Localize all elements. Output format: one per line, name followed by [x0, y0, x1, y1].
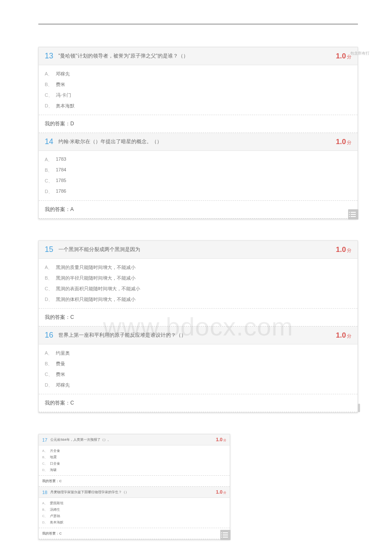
list-icon[interactable] [348, 209, 358, 220]
option-text: 1785 [56, 178, 66, 184]
question: 17公元前584年，人类第一次预报了（）。1.0分A、月全食B、地震C、日全食D… [39, 434, 230, 487]
option-label: A、 [42, 501, 50, 506]
option-text: 费米 [56, 81, 65, 88]
option-row[interactable]: C、1785 [45, 176, 352, 186]
option-label: D、 [45, 382, 56, 388]
options-list: A、邓稼先B、费米C、冯·卡门D、奥本海默 [39, 65, 357, 115]
option-text: 约里奥 [56, 350, 70, 356]
option-label: A、 [42, 449, 50, 453]
option-label: C、 [45, 92, 56, 98]
option-label: C、 [45, 178, 56, 184]
option-label: D、 [42, 468, 50, 472]
option-row[interactable]: C、卢瑟福 [42, 513, 226, 519]
page-top-rule [38, 24, 358, 24]
question-score: 1.0分 [216, 437, 226, 442]
my-answer: 我的答案：C [39, 394, 357, 412]
option-row[interactable]: D、1786 [45, 186, 352, 197]
question-number: 15 [45, 245, 53, 254]
answer-value: A [70, 206, 74, 212]
answer-prefix: 我的答案： [42, 532, 59, 535]
option-text: 费曼 [56, 361, 65, 367]
option-row[interactable]: B、汤姆生 [42, 506, 226, 513]
option-text: 黑洞的半径只能随时间增大，不能减小 [56, 275, 135, 281]
question-score: 1.0分 [336, 138, 352, 146]
question-text: 一个黑洞不能分裂成两个黑洞是因为 [58, 246, 336, 253]
side-hint-text: 包含所有打 [350, 51, 369, 56]
option-text: 费米 [56, 371, 65, 378]
option-text: 奥本海默 [56, 103, 75, 109]
option-text: 黑洞的表面积只能随时间增大，不能减小 [56, 286, 140, 292]
option-label: C、 [42, 514, 50, 518]
option-row[interactable]: D、黑洞的体积只能随时间增大，不能减小 [45, 294, 352, 305]
option-label: B、 [42, 455, 50, 460]
score-value: 1.0 [336, 138, 346, 146]
option-row[interactable]: A、邓稼先 [45, 69, 352, 79]
option-row[interactable]: A、约里奥 [45, 348, 352, 358]
answer-prefix: 我的答案： [45, 121, 70, 127]
option-row[interactable]: B、费米 [45, 79, 352, 90]
question: 15一个黑洞不能分裂成两个黑洞是因为1.0分A、黑洞的质量只能随时间增大，不能减… [39, 241, 357, 327]
score-unit: 分 [347, 139, 352, 146]
question-header: 16世界上第一座和平利用的原子能反应堆是谁设计的？（）1.0分 [39, 327, 357, 344]
option-row[interactable]: B、1784 [45, 165, 352, 176]
option-text: 冯·卡门 [56, 92, 71, 98]
option-text: 黑洞的质量只能随时间增大，不能减小 [56, 264, 135, 271]
options-list: A、1783B、1784C、1785D、1786 [39, 151, 357, 200]
option-row[interactable]: A、爱因斯坦 [42, 500, 226, 506]
option-row[interactable]: C、冯·卡门 [45, 90, 352, 101]
score-unit: 分 [223, 438, 226, 442]
question-header: 14约翰·米歇尔在（）年提出了暗星的概念。（）1.0分 [39, 133, 357, 151]
option-text: 海啸 [50, 468, 57, 472]
option-row[interactable]: B、地震 [42, 454, 226, 460]
option-label: A、 [45, 264, 56, 271]
score-unit: 分 [347, 247, 352, 254]
my-answer: 我的答案：D [39, 115, 357, 133]
content-root: 13"曼哈顿"计划的领导者，被誉为"原子弹之父"的是谁？（）1.0分包含所有打A… [0, 47, 392, 540]
option-text: 汤姆生 [50, 508, 60, 512]
answer-value: D [70, 121, 74, 127]
my-answer: 我的答案：C [39, 308, 357, 326]
option-row[interactable]: D、海啸 [42, 467, 226, 473]
my-answer: 我的答案：A [39, 200, 357, 218]
option-row[interactable]: C、日全食 [42, 460, 226, 467]
option-label: B、 [42, 508, 50, 512]
option-label: C、 [42, 462, 50, 466]
question: 16世界上第一座和平利用的原子能反应堆是谁设计的？（）1.0分A、约里奥B、费曼… [39, 327, 357, 412]
option-label: D、 [42, 520, 50, 525]
option-row[interactable]: C、费米 [45, 369, 352, 380]
option-row[interactable]: C、黑洞的表面积只能随时间增大，不能减小 [45, 283, 352, 294]
option-label: D、 [45, 188, 56, 195]
answer-prefix: 我的答案： [45, 400, 70, 406]
option-row[interactable]: D、奥本海默 [42, 519, 226, 526]
quiz-block: www.bdocx.com15一个黑洞不能分裂成两个黑洞是因为1.0分A、黑洞的… [38, 240, 358, 413]
question-header: 15一个黑洞不能分裂成两个黑洞是因为1.0分 [39, 241, 357, 259]
options-list: A、黑洞的质量只能随时间增大，不能减小B、黑洞的半径只能随时间增大，不能减小C、… [39, 259, 357, 308]
answer-value: C [59, 479, 62, 483]
option-text: 1783 [56, 156, 66, 163]
list-icon[interactable] [220, 530, 231, 540]
option-text: 黑洞的体积只能随时间增大，不能减小 [56, 296, 135, 303]
option-row[interactable]: A、月全食 [42, 448, 226, 454]
option-row[interactable]: B、黑洞的半径只能随时间增大，不能减小 [45, 273, 352, 283]
score-value: 1.0 [336, 331, 346, 340]
question: 18丹麦物理学家玻尔是下面哪位物理学家的学生？（）1.0分A、爱因斯坦B、汤姆生… [39, 487, 230, 539]
option-text: 卢瑟福 [50, 514, 60, 518]
question-text: "曼哈顿"计划的领导者，被誉为"原子弹之父"的是谁？（） [58, 52, 336, 60]
quiz-block: 17公元前584年，人类第一次预报了（）。1.0分A、月全食B、地震C、日全食D… [38, 434, 230, 540]
option-row[interactable]: D、奥本海默 [45, 101, 352, 111]
option-row[interactable]: D、邓稼先 [45, 380, 352, 390]
option-label: B、 [45, 275, 56, 281]
option-row[interactable]: B、费曼 [45, 358, 352, 369]
option-text: 1786 [56, 188, 66, 195]
option-label: A、 [45, 156, 56, 163]
scrollbar-thumb[interactable] [358, 404, 360, 412]
option-text: 月全食 [50, 449, 60, 453]
option-row[interactable]: A、1783 [45, 154, 352, 165]
option-text: 地震 [50, 455, 57, 460]
option-label: D、 [45, 103, 56, 109]
score-value: 1.0 [336, 52, 346, 61]
score-unit: 分 [223, 491, 226, 495]
option-row[interactable]: A、黑洞的质量只能随时间增大，不能减小 [45, 262, 352, 273]
question-number: 17 [42, 437, 47, 442]
score-value: 1.0 [216, 437, 222, 442]
